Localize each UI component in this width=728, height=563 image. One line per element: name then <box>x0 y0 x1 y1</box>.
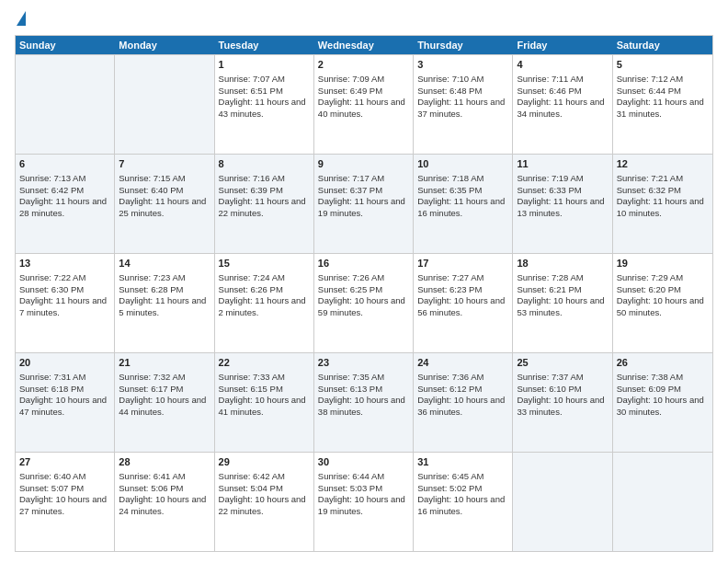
sunset-text: Sunset: 6:12 PM <box>417 384 508 396</box>
logo <box>15 11 26 28</box>
sunset-text: Sunset: 6:48 PM <box>417 86 508 98</box>
daylight-text: Daylight: 11 hours and 7 minutes. <box>19 295 110 319</box>
day-number: 16 <box>318 257 409 270</box>
daylight-text: Daylight: 11 hours and 28 minutes. <box>19 196 110 220</box>
calendar-cell: 9Sunrise: 7:17 AMSunset: 6:37 PMDaylight… <box>314 155 414 253</box>
calendar-cell: 1Sunrise: 7:07 AMSunset: 6:51 PMDaylight… <box>215 55 314 154</box>
calendar-cell: 22Sunrise: 7:33 AMSunset: 6:15 PMDayligh… <box>215 353 314 452</box>
sunset-text: Sunset: 6:39 PM <box>219 185 310 197</box>
sunrise-text: Sunrise: 7:10 AM <box>417 74 508 86</box>
sunrise-text: Sunrise: 7:07 AM <box>219 74 310 86</box>
calendar-cell: 17Sunrise: 7:27 AMSunset: 6:23 PMDayligh… <box>414 254 513 352</box>
day-number: 21 <box>119 356 210 370</box>
calendar-cell <box>16 55 115 154</box>
sunrise-text: Sunrise: 6:44 AM <box>318 471 409 483</box>
sunrise-text: Sunrise: 6:40 AM <box>19 471 110 483</box>
sunrise-text: Sunrise: 7:37 AM <box>517 372 608 384</box>
daylight-text: Daylight: 11 hours and 31 minutes. <box>617 97 709 121</box>
calendar-cell: 13Sunrise: 7:22 AMSunset: 6:30 PMDayligh… <box>16 254 115 352</box>
sunrise-text: Sunrise: 6:42 AM <box>219 471 310 483</box>
sunrise-text: Sunrise: 7:21 AM <box>617 173 709 185</box>
day-number: 8 <box>219 157 310 171</box>
calendar-cell: 25Sunrise: 7:37 AMSunset: 6:10 PMDayligh… <box>513 353 612 452</box>
day-number: 22 <box>219 356 310 370</box>
sunset-text: Sunset: 6:33 PM <box>517 185 608 197</box>
sunrise-text: Sunrise: 7:15 AM <box>119 173 210 185</box>
sunset-text: Sunset: 6:17 PM <box>119 384 210 396</box>
day-number: 25 <box>517 356 608 370</box>
daylight-text: Daylight: 10 hours and 38 minutes. <box>318 395 409 419</box>
day-number: 28 <box>119 455 210 469</box>
sunset-text: Sunset: 6:13 PM <box>318 384 409 396</box>
sunset-text: Sunset: 6:21 PM <box>517 284 608 296</box>
day-number: 1 <box>219 58 310 72</box>
day-number: 15 <box>219 257 310 270</box>
calendar-cell: 24Sunrise: 7:36 AMSunset: 6:12 PMDayligh… <box>414 353 513 452</box>
calendar-row: 13Sunrise: 7:22 AMSunset: 6:30 PMDayligh… <box>16 253 712 352</box>
calendar-cell: 4Sunrise: 7:11 AMSunset: 6:46 PMDaylight… <box>513 55 612 154</box>
sunset-text: Sunset: 6:51 PM <box>219 86 310 98</box>
calendar-cell: 20Sunrise: 7:31 AMSunset: 6:18 PMDayligh… <box>16 353 115 452</box>
sunrise-text: Sunrise: 7:17 AM <box>318 173 409 185</box>
day-number: 10 <box>417 157 508 171</box>
calendar-row: 20Sunrise: 7:31 AMSunset: 6:18 PMDayligh… <box>16 352 712 452</box>
calendar-row: 6Sunrise: 7:13 AMSunset: 6:42 PMDaylight… <box>16 154 712 253</box>
sunrise-text: Sunrise: 7:36 AM <box>417 372 508 384</box>
day-number: 20 <box>19 356 110 370</box>
sunset-text: Sunset: 6:23 PM <box>417 284 508 296</box>
weekday-header: Saturday <box>613 36 712 54</box>
sunrise-text: Sunrise: 7:16 AM <box>219 173 310 185</box>
calendar-cell: 19Sunrise: 7:29 AMSunset: 6:20 PMDayligh… <box>613 254 712 352</box>
sunrise-text: Sunrise: 7:18 AM <box>417 173 508 185</box>
daylight-text: Daylight: 10 hours and 19 minutes. <box>318 494 409 518</box>
sunset-text: Sunset: 5:06 PM <box>119 483 210 495</box>
sunrise-text: Sunrise: 7:33 AM <box>219 372 310 384</box>
daylight-text: Daylight: 10 hours and 47 minutes. <box>19 395 110 419</box>
day-number: 9 <box>318 157 409 171</box>
daylight-text: Daylight: 11 hours and 34 minutes. <box>517 97 608 121</box>
calendar-cell: 12Sunrise: 7:21 AMSunset: 6:32 PMDayligh… <box>613 155 712 253</box>
calendar-cell <box>513 453 612 551</box>
daylight-text: Daylight: 11 hours and 22 minutes. <box>219 196 310 220</box>
sunrise-text: Sunrise: 7:38 AM <box>617 372 709 384</box>
weekday-header: Monday <box>115 36 214 54</box>
sunrise-text: Sunrise: 6:41 AM <box>119 471 210 483</box>
daylight-text: Daylight: 10 hours and 41 minutes. <box>219 395 310 419</box>
calendar-cell: 2Sunrise: 7:09 AMSunset: 6:49 PMDaylight… <box>314 55 414 154</box>
daylight-text: Daylight: 10 hours and 44 minutes. <box>119 395 210 419</box>
sunset-text: Sunset: 6:37 PM <box>318 185 409 197</box>
day-number: 17 <box>417 257 508 270</box>
daylight-text: Daylight: 10 hours and 33 minutes. <box>517 395 608 419</box>
sunset-text: Sunset: 6:10 PM <box>517 384 608 396</box>
day-number: 26 <box>617 356 709 370</box>
day-number: 2 <box>318 58 409 72</box>
sunset-text: Sunset: 6:20 PM <box>617 284 709 296</box>
calendar-cell: 8Sunrise: 7:16 AMSunset: 6:39 PMDaylight… <box>215 155 314 253</box>
daylight-text: Daylight: 11 hours and 37 minutes. <box>417 97 508 121</box>
day-number: 24 <box>417 356 508 370</box>
sunset-text: Sunset: 6:44 PM <box>617 86 709 98</box>
sunset-text: Sunset: 6:28 PM <box>119 284 210 296</box>
day-number: 11 <box>517 157 608 171</box>
daylight-text: Daylight: 10 hours and 36 minutes. <box>417 395 508 419</box>
sunset-text: Sunset: 5:02 PM <box>417 483 508 495</box>
calendar-cell: 3Sunrise: 7:10 AMSunset: 6:48 PMDaylight… <box>414 55 513 154</box>
daylight-text: Daylight: 11 hours and 40 minutes. <box>318 97 409 121</box>
daylight-text: Daylight: 10 hours and 59 minutes. <box>318 295 409 319</box>
day-number: 5 <box>617 58 709 72</box>
sunset-text: Sunset: 6:42 PM <box>19 185 110 197</box>
calendar-cell: 26Sunrise: 7:38 AMSunset: 6:09 PMDayligh… <box>613 353 712 452</box>
sunset-text: Sunset: 6:40 PM <box>119 185 210 197</box>
sunset-text: Sunset: 6:35 PM <box>417 185 508 197</box>
sunset-text: Sunset: 5:07 PM <box>19 483 110 495</box>
day-number: 4 <box>517 58 608 72</box>
day-number: 29 <box>219 455 310 469</box>
calendar-body: 1Sunrise: 7:07 AMSunset: 6:51 PMDaylight… <box>16 54 712 551</box>
sunset-text: Sunset: 6:18 PM <box>19 384 110 396</box>
calendar-cell: 10Sunrise: 7:18 AMSunset: 6:35 PMDayligh… <box>414 155 513 253</box>
calendar-cell: 30Sunrise: 6:44 AMSunset: 5:03 PMDayligh… <box>314 453 414 551</box>
weekday-header: Sunday <box>16 36 115 54</box>
daylight-text: Daylight: 10 hours and 53 minutes. <box>517 295 608 319</box>
calendar-cell: 6Sunrise: 7:13 AMSunset: 6:42 PMDaylight… <box>16 155 115 253</box>
day-number: 30 <box>318 455 409 469</box>
